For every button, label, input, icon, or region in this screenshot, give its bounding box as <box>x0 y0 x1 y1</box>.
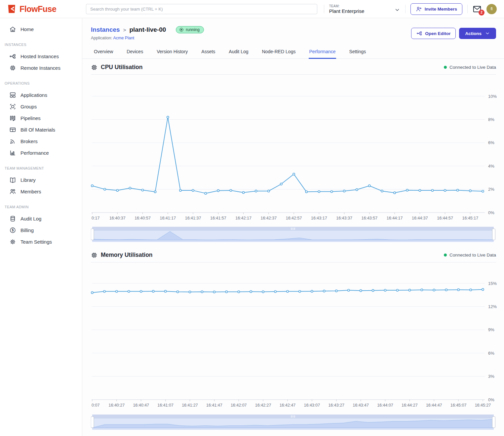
play-circle-icon <box>179 27 184 32</box>
svg-text:16:40:27: 16:40:27 <box>109 403 125 408</box>
divider <box>91 262 496 262</box>
sidebar-item-home[interactable]: Home <box>0 23 82 35</box>
svg-text:16:42:37: 16:42:37 <box>260 216 277 220</box>
tab-version-history[interactable]: Version History <box>156 46 188 59</box>
tab-devices[interactable]: Devices <box>126 46 143 59</box>
svg-text:15%: 15% <box>488 281 497 286</box>
svg-text:0:07: 0:07 <box>92 403 99 408</box>
tab-assets[interactable]: Assets <box>201 46 215 59</box>
page-head: Instances > plant-live-00 running Applic… <box>82 18 504 40</box>
members-icon <box>9 188 16 195</box>
svg-text:16:41:27: 16:41:27 <box>182 403 198 408</box>
page-title: plant-live-00 <box>129 26 166 33</box>
brush-handle-left[interactable] <box>91 229 94 240</box>
sidebar-item-members[interactable]: Members <box>0 186 82 197</box>
sidebar-item-performance[interactable]: Performance <box>0 147 82 159</box>
sidebar-item-hosted-instances[interactable]: Hosted Instances <box>0 51 82 62</box>
team-selector[interactable]: TEAM: Plant Enterprise <box>329 4 400 14</box>
tab-audit-log[interactable]: Audit Log <box>228 46 249 59</box>
breadcrumb-instances-link[interactable]: Instances <box>91 26 120 33</box>
svg-text:16:45:27: 16:45:27 <box>475 403 491 408</box>
svg-text:0:17: 0:17 <box>92 216 99 220</box>
svg-text:16:43:07: 16:43:07 <box>304 403 320 408</box>
svg-text:10%: 10% <box>488 94 497 99</box>
svg-text:2%: 2% <box>488 187 494 192</box>
tab-overview[interactable]: Overview <box>94 46 113 59</box>
svg-text:16:41:37: 16:41:37 <box>185 216 201 220</box>
sidebar-item-billing[interactable]: $Billing <box>0 224 82 236</box>
sidebar-item-brokers[interactable]: Brokers <box>0 136 82 147</box>
search-input[interactable] <box>86 4 317 14</box>
memory-chart-range-slider[interactable] <box>91 415 496 431</box>
svg-text:16:42:17: 16:42:17 <box>235 216 252 220</box>
divider <box>405 5 406 13</box>
divider <box>91 74 496 75</box>
brush-handle-right[interactable] <box>492 416 495 428</box>
svg-text:16:45:07: 16:45:07 <box>450 403 467 408</box>
sidebar-item-team-settings[interactable]: Team Settings <box>0 236 82 248</box>
tab-settings[interactable]: Settings <box>349 46 367 59</box>
svg-text:16:41:47: 16:41:47 <box>206 403 222 408</box>
main-content: Instances > plant-live-00 running Applic… <box>82 18 504 436</box>
svg-text:16:43:47: 16:43:47 <box>353 403 369 408</box>
billing-icon: $ <box>9 227 16 234</box>
memory-utilisation-section: Memory Utilisation Connected to Live Dat… <box>91 247 496 431</box>
svg-text:16:42:07: 16:42:07 <box>231 403 247 408</box>
live-dot-icon <box>444 66 447 69</box>
brokers-icon <box>9 138 16 145</box>
home-icon <box>9 26 16 33</box>
open-editor-button[interactable]: Open Editor <box>411 28 456 39</box>
svg-text:16:43:27: 16:43:27 <box>328 403 344 408</box>
svg-text:4%: 4% <box>488 164 494 169</box>
tab-performance[interactable]: Performance <box>309 46 336 59</box>
brush-handle-left[interactable] <box>91 416 94 428</box>
tab-bar: OverviewDevicesVersion HistoryAssetsAudi… <box>82 46 504 59</box>
svg-text:16:44:37: 16:44:37 <box>412 216 428 220</box>
sidebar-section-label: OPERATIONS <box>0 81 82 85</box>
notifications-button[interactable]: 2 <box>473 5 482 14</box>
svg-text:16:40:37: 16:40:37 <box>109 216 126 220</box>
application-link[interactable]: Acme Plant <box>113 36 134 40</box>
svg-text:16:41:07: 16:41:07 <box>157 403 174 408</box>
cpu-utilisation-chart[interactable]: 0%2%4%6%8%10%0:1716:40:3716:40:5716:41:1… <box>91 75 496 225</box>
svg-text:0%: 0% <box>488 210 494 215</box>
team-name: Plant Enterprise <box>329 8 365 14</box>
sidebar-item-library[interactable]: Library <box>0 174 82 186</box>
brush-handle-right[interactable] <box>492 229 495 240</box>
avatar[interactable]: fl <box>486 4 497 14</box>
library-icon <box>9 177 16 183</box>
bill-of-materials-icon <box>9 126 16 133</box>
sidebar-section-label: TEAM ADMIN <box>0 205 82 209</box>
sidebar-item-audit-log[interactable]: Audit Log <box>0 213 82 224</box>
svg-text:6%: 6% <box>488 351 494 356</box>
memory-utilisation-chart[interactable]: 0%3%6%9%12%15%0:0716:40:2716:40:4716:41:… <box>91 263 496 413</box>
live-status: Connected to Live Data <box>444 65 496 70</box>
sidebar-item-applications[interactable]: Applications <box>0 89 82 101</box>
live-status: Connected to Live Data <box>444 253 496 258</box>
sidebar-section-label: INSTANCES <box>0 43 82 47</box>
memory-chip-icon <box>91 252 97 258</box>
sidebar-section-label: TEAM MANAGEMENT <box>0 166 82 170</box>
svg-text:16:42:27: 16:42:27 <box>255 403 271 408</box>
sidebar-item-remote-instances[interactable]: Remote Instances <box>0 62 82 74</box>
actions-button[interactable]: Actions <box>459 28 496 39</box>
tab-node-red-logs[interactable]: Node-RED Logs <box>262 46 296 59</box>
application-label: Application: <box>91 36 112 40</box>
chart-title: CPU Utilisation <box>101 64 142 71</box>
svg-text:9%: 9% <box>488 327 494 332</box>
svg-text:3%: 3% <box>488 374 494 379</box>
invite-members-button[interactable]: Invite Members <box>410 3 462 15</box>
sidebar-item-pipelines[interactable]: Pipelines <box>0 112 82 124</box>
person-plus-icon <box>416 6 422 12</box>
svg-text:16:41:57: 16:41:57 <box>210 216 226 220</box>
chart-title: Memory Utilisation <box>101 252 153 258</box>
svg-text:16:45:17: 16:45:17 <box>462 216 479 220</box>
svg-text:16:44:57: 16:44:57 <box>437 216 453 220</box>
flowfuse-logo[interactable]: FlowFuse <box>7 4 86 14</box>
brand-name: FlowFuse <box>19 4 56 14</box>
cpu-chart-range-slider[interactable] <box>91 227 496 243</box>
audit-log-icon <box>9 215 16 222</box>
sidebar-item-groups[interactable]: Groups <box>0 101 82 112</box>
svg-text:16:44:27: 16:44:27 <box>402 403 418 408</box>
sidebar-item-bill-of-materials[interactable]: Bill Of Materials <box>0 124 82 136</box>
